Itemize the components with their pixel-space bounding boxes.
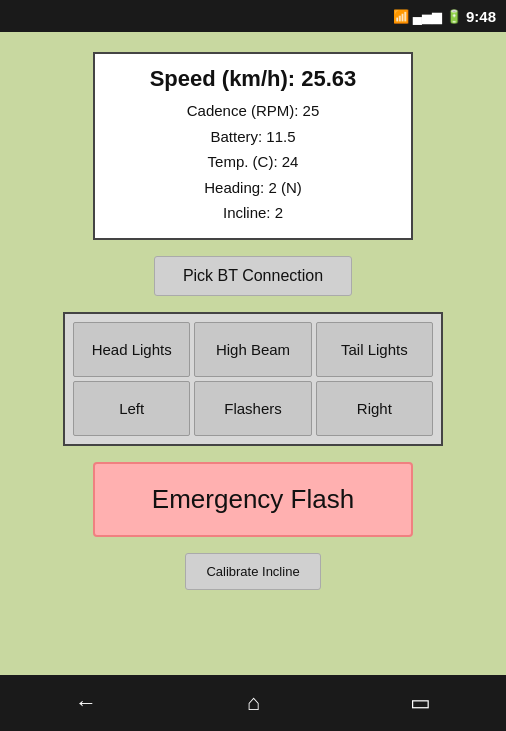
left-button[interactable]: Left (73, 381, 190, 436)
battery-display: Battery: 11.5 (119, 124, 387, 150)
nav-bar: ← ⌂ ▭ (0, 675, 506, 731)
incline-display: Incline: 2 (119, 200, 387, 226)
right-button[interactable]: Right (316, 381, 433, 436)
recent-button[interactable]: ▭ (390, 682, 451, 724)
home-button[interactable]: ⌂ (227, 682, 280, 724)
status-bar: 📶 ▄▅▆ 🔋 9:48 (0, 0, 506, 32)
temp-display: Temp. (C): 24 (119, 149, 387, 175)
high-beam-button[interactable]: High Beam (194, 322, 311, 377)
cadence-display: Cadence (RPM): 25 (119, 98, 387, 124)
back-button[interactable]: ← (55, 682, 117, 724)
status-time: 9:48 (466, 8, 496, 25)
status-icons: 📶 ▄▅▆ 🔋 9:48 (393, 8, 496, 25)
signal-icon: ▄▅▆ (413, 9, 442, 24)
controls-grid: Head Lights High Beam Tail Lights Left F… (63, 312, 443, 446)
emergency-flash-button[interactable]: Emergency Flash (93, 462, 413, 537)
info-box: Speed (km/h): 25.63 Cadence (RPM): 25 Ba… (93, 52, 413, 240)
tail-lights-button[interactable]: Tail Lights (316, 322, 433, 377)
head-lights-button[interactable]: Head Lights (73, 322, 190, 377)
heading-display: Heading: 2 (N) (119, 175, 387, 201)
flashers-button[interactable]: Flashers (194, 381, 311, 436)
main-content: Speed (km/h): 25.63 Cadence (RPM): 25 Ba… (0, 32, 506, 675)
speed-display: Speed (km/h): 25.63 (119, 66, 387, 92)
battery-icon: 🔋 (446, 9, 462, 24)
wifi-icon: 📶 (393, 9, 409, 24)
pick-bt-button[interactable]: Pick BT Connection (154, 256, 352, 296)
calibrate-incline-button[interactable]: Calibrate Incline (185, 553, 320, 590)
